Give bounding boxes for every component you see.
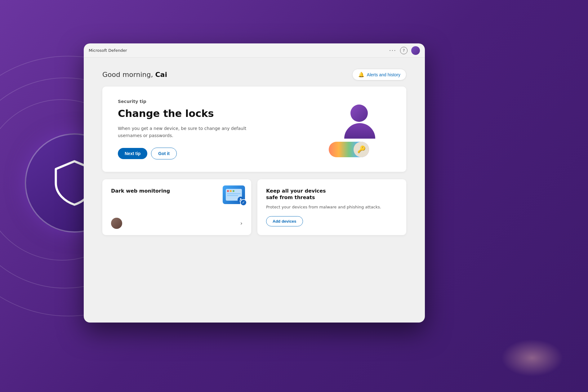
app-content: Good morning, Cai 🔔 Alerts and history S…: [84, 58, 425, 323]
more-options-button[interactable]: ···: [389, 47, 396, 54]
locks-row: 🔑: [329, 142, 369, 157]
card-buttons: Next tip Got it: [118, 148, 319, 159]
dark-web-title: Dark web monitoring: [111, 188, 173, 194]
user-avatar-bottom: [111, 218, 122, 229]
tablet-frame: Microsoft Defender ··· ? Good morning, C…: [84, 43, 425, 323]
security-tip-title: Change the locks: [118, 108, 319, 119]
card-illustration: 🔑: [329, 105, 391, 154]
chevron-right-icon[interactable]: ›: [240, 220, 243, 226]
security-tip-card: Security tip Change the locks When you g…: [102, 87, 406, 172]
user-avatar-title[interactable]: [411, 46, 420, 55]
next-tip-button[interactable]: Next tip: [118, 148, 147, 159]
devices-card: Keep all your devices safe from threats …: [257, 179, 406, 235]
greeting-text: Good morning, Cai: [102, 71, 167, 78]
blob-decoration: [501, 339, 563, 376]
dark-web-card: Dark web monitoring: [102, 179, 251, 235]
help-button[interactable]: ?: [400, 47, 408, 54]
check-badge: ✓: [240, 199, 247, 206]
monitor-icon-area: ✓: [223, 185, 245, 204]
person-illustration: 🔑: [329, 105, 391, 157]
key-circle: 🔑: [354, 142, 369, 157]
monitor-wrapper: ✓: [223, 185, 245, 204]
alerts-history-button[interactable]: 🔔 Alerts and history: [352, 69, 406, 80]
monitor-dots: [226, 189, 242, 192]
got-it-button[interactable]: Got it: [151, 148, 177, 159]
title-bar: Microsoft Defender ··· ?: [84, 43, 425, 58]
user-avatar-small: [111, 218, 122, 229]
key-icon: 🔑: [357, 145, 366, 153]
person-body: [344, 123, 375, 139]
bottom-cards: Dark web monitoring: [102, 179, 406, 235]
devices-title: Keep all your devices safe from threats: [266, 188, 328, 201]
alerts-button-label: Alerts and history: [367, 72, 400, 77]
greeting-prefix: Good morning,: [102, 71, 155, 78]
title-bar-actions: ··· ?: [389, 46, 420, 55]
app-title: Microsoft Defender: [89, 48, 127, 53]
add-devices-button[interactable]: Add devices: [266, 216, 303, 226]
person-head: [350, 105, 368, 122]
bell-icon: 🔔: [358, 72, 364, 78]
devices-description: Protect your devices from malware and ph…: [266, 204, 398, 210]
security-tip-label: Security tip: [118, 99, 319, 104]
security-tip-description: When you get a new device, be sure to ch…: [118, 125, 248, 139]
card-left: Security tip Change the locks When you g…: [118, 99, 319, 159]
app-header: Good morning, Cai 🔔 Alerts and history: [84, 58, 425, 87]
greeting-name: Cai: [155, 71, 167, 78]
